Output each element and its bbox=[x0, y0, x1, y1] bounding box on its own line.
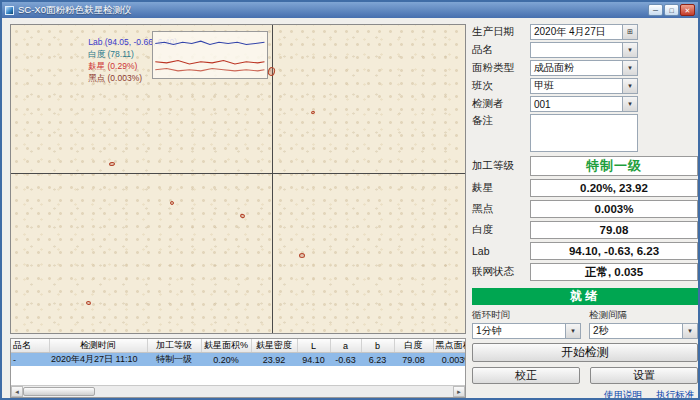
lab-row: Lab 94.10, -0.63, 6.23 bbox=[472, 242, 698, 260]
column-header[interactable]: 麸星面积% bbox=[201, 339, 251, 353]
standard-link[interactable]: 执行标准 bbox=[656, 389, 694, 400]
scroll-left-button[interactable]: ◄ bbox=[11, 386, 23, 397]
calibrate-button[interactable]: 校正 bbox=[472, 367, 580, 384]
scroll-right-button[interactable]: ► bbox=[453, 386, 465, 397]
column-header[interactable]: 白度 bbox=[394, 339, 433, 353]
inspector-label: 检测者 bbox=[472, 97, 530, 111]
table-cell: - bbox=[11, 353, 49, 367]
column-header[interactable]: 检测时间 bbox=[49, 339, 147, 353]
speck-marker bbox=[240, 214, 246, 219]
product-name-label: 品名 bbox=[472, 43, 530, 57]
shift-select[interactable]: 甲班 ▾ bbox=[530, 78, 638, 94]
whiteness-label: 白度 bbox=[472, 223, 530, 237]
bran-value: 0.20%, 23.92 bbox=[530, 179, 698, 197]
table-row[interactable]: -2020年4月27日 11:10特制一级0.20%23.9294.10-0.6… bbox=[11, 353, 466, 367]
utility-buttons: 校正 设置 bbox=[472, 367, 698, 384]
table-cell: -0.63 bbox=[330, 353, 361, 367]
scrollbar-thumb[interactable] bbox=[23, 387, 95, 396]
shift-label: 班次 bbox=[472, 79, 530, 93]
calendar-icon[interactable]: ⊞ bbox=[622, 25, 637, 39]
column-header[interactable]: 品名 bbox=[11, 339, 49, 353]
status-badge: 就绪 bbox=[472, 288, 698, 305]
help-links: 使用说明 执行标准 bbox=[472, 389, 698, 400]
minimize-button[interactable]: ─ bbox=[648, 4, 663, 16]
speck-marker bbox=[170, 201, 174, 205]
maximize-button[interactable]: □ bbox=[664, 4, 679, 16]
cycle-time-select[interactable]: 1分钟 ▾ bbox=[472, 323, 581, 339]
table-cell: 6.23 bbox=[361, 353, 394, 367]
remarks-row: 备注 bbox=[472, 114, 698, 152]
column-header[interactable]: b bbox=[361, 339, 394, 353]
table-cell: 79.08 bbox=[394, 353, 433, 367]
inspector-row: 检测者 001 ▾ bbox=[472, 96, 698, 112]
chevron-down-icon[interactable]: ▾ bbox=[622, 97, 637, 111]
product-name-select[interactable]: ▾ bbox=[530, 42, 638, 58]
production-date-label: 生产日期 bbox=[472, 25, 530, 39]
manual-link[interactable]: 使用说明 bbox=[604, 389, 642, 400]
timer-settings: 循环时间 1分钟 ▾ 检测间隔 2秒 ▾ bbox=[472, 309, 698, 339]
chevron-down-icon[interactable]: ▾ bbox=[682, 324, 697, 338]
scrollbar-track[interactable] bbox=[23, 386, 453, 397]
table-cell: 2020年4月27日 11:10 bbox=[49, 353, 147, 367]
cycle-time-group: 循环时间 1分钟 ▾ bbox=[472, 309, 581, 339]
window-title: SC-X0面粉粉色麸星检测仪 bbox=[18, 4, 648, 17]
column-header[interactable]: 加工等级 bbox=[147, 339, 201, 353]
grade-label: 加工等级 bbox=[472, 159, 530, 173]
bran-row: 麸星 0.20%, 23.92 bbox=[472, 179, 698, 197]
bran-label: 麸星 bbox=[472, 181, 530, 195]
horizontal-scrollbar[interactable]: ◄ ► bbox=[11, 385, 465, 397]
interval-label: 检测间隔 bbox=[589, 309, 698, 322]
production-date-field[interactable]: 2020年 4月27日 ⊞ bbox=[530, 24, 638, 40]
table-cell: 94.10 bbox=[297, 353, 330, 367]
flour-type-label: 面粉类型 bbox=[472, 61, 530, 75]
product-name-row: 品名 ▾ bbox=[472, 42, 698, 58]
chevron-down-icon[interactable]: ▾ bbox=[622, 61, 637, 75]
window-content: Lab (94.05, -0.66, 6.40) 白度 (78.11) 麸星 (… bbox=[4, 20, 696, 396]
start-detection-button[interactable]: 开始检测 bbox=[472, 343, 698, 362]
flour-type-value: 成品面粉 bbox=[531, 61, 622, 75]
black-label: 黑点 bbox=[472, 202, 530, 216]
close-button[interactable]: ✕ bbox=[680, 4, 695, 16]
whiteness-row: 白度 79.08 bbox=[472, 221, 698, 239]
speck-marker bbox=[86, 300, 92, 305]
app-icon bbox=[5, 6, 14, 15]
chevron-down-icon[interactable]: ▾ bbox=[622, 43, 637, 57]
table-cell: 0.20% bbox=[201, 353, 251, 367]
column-header[interactable]: a bbox=[330, 339, 361, 353]
cycle-time-label: 循环时间 bbox=[472, 309, 581, 322]
speck-marker bbox=[310, 111, 315, 115]
window-controls: ─ □ ✕ bbox=[648, 4, 695, 16]
remarks-input[interactable] bbox=[530, 114, 638, 152]
history-table-head-row: 品名检测时间加工等级麸星面积%麸星密度Lab白度黑点面积% bbox=[11, 339, 466, 353]
interval-select[interactable]: 2秒 ▾ bbox=[589, 323, 698, 339]
shift-row: 班次 甲班 ▾ bbox=[472, 78, 698, 94]
grade-row: 加工等级 特制一级 bbox=[472, 156, 698, 176]
column-header[interactable]: 黑点面积% bbox=[433, 339, 466, 353]
chevron-down-icon[interactable]: ▾ bbox=[565, 324, 580, 338]
titlebar[interactable]: SC-X0面粉粉色麸星检测仪 ─ □ ✕ bbox=[2, 2, 698, 18]
black-row: 黑点 0.003% bbox=[472, 200, 698, 218]
chevron-down-icon[interactable]: ▾ bbox=[622, 79, 637, 93]
remarks-label: 备注 bbox=[472, 114, 530, 128]
flour-type-select[interactable]: 成品面粉 ▾ bbox=[530, 60, 638, 76]
table-cell: 特制一级 bbox=[147, 353, 201, 367]
lab-value: 94.10, -0.63, 6.23 bbox=[530, 242, 698, 260]
history-table: 品名检测时间加工等级麸星面积%麸星密度Lab白度黑点面积% -2020年4月27… bbox=[11, 339, 466, 366]
interval-group: 检测间隔 2秒 ▾ bbox=[589, 309, 698, 339]
control-panel: 生产日期 2020年 4月27日 ⊞ 品名 ▾ 面粉类型 成品面粉 ▾ bbox=[472, 24, 698, 398]
cycle-time-value: 1分钟 bbox=[473, 324, 565, 338]
black-value: 0.003% bbox=[530, 200, 698, 218]
crosshair-horizontal bbox=[11, 173, 465, 174]
production-date-value: 2020年 4月27日 bbox=[531, 25, 622, 39]
sample-image[interactable]: Lab (94.05, -0.66, 6.40) 白度 (78.11) 麸星 (… bbox=[10, 24, 466, 334]
flour-type-row: 面粉类型 成品面粉 ▾ bbox=[472, 60, 698, 76]
network-status-label: 联网状态 bbox=[472, 265, 530, 279]
speck-marker bbox=[299, 253, 305, 258]
inspector-select[interactable]: 001 ▾ bbox=[530, 96, 638, 112]
app-window: SC-X0面粉粉色麸星检测仪 ─ □ ✕ Lab (94.05, -0.66, … bbox=[0, 0, 700, 400]
column-header[interactable]: L bbox=[297, 339, 330, 353]
settings-button[interactable]: 设置 bbox=[590, 367, 698, 384]
interval-value: 2秒 bbox=[590, 324, 682, 338]
lab-label: Lab bbox=[472, 245, 530, 257]
column-header[interactable]: 麸星密度 bbox=[251, 339, 297, 353]
